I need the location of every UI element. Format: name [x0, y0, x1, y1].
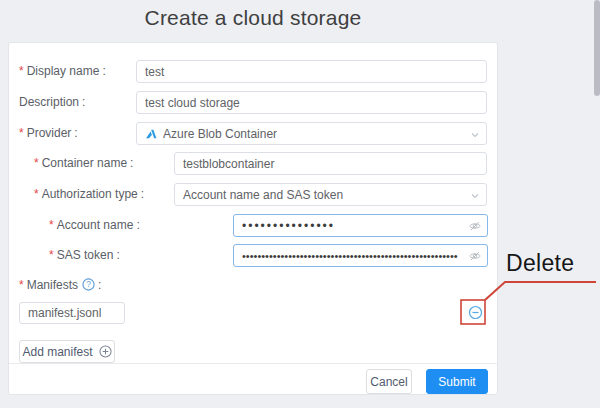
- authorization-type-label: *Authorization type:: [34, 183, 144, 206]
- required-marker: *: [19, 126, 24, 140]
- label-colon: :: [74, 126, 77, 140]
- label-colon: :: [82, 95, 85, 109]
- manifests-label: *Manifests?:: [19, 276, 101, 294]
- footer-divider: [9, 363, 497, 364]
- label-text: Description: [19, 95, 79, 109]
- label-colon: :: [130, 156, 133, 170]
- eye-slash-icon[interactable]: [468, 219, 482, 237]
- required-marker: *: [19, 64, 24, 78]
- container-name-label: *Container name:: [34, 152, 133, 175]
- provider-select-value: Azure Blob Container: [163, 127, 277, 141]
- manifest-filename-input[interactable]: [19, 302, 125, 324]
- chevron-down-icon: [470, 190, 480, 204]
- provider-select[interactable]: Azure Blob Container: [136, 122, 487, 145]
- sas-token-label: *SAS token:: [49, 244, 120, 267]
- display-name-label: *Display name:: [19, 60, 106, 83]
- account-name-input[interactable]: •••••••••••••••: [233, 214, 488, 237]
- create-cloud-storage-form: *Display name: Description: *Provider: A…: [8, 42, 498, 395]
- eye-slash-icon[interactable]: [468, 249, 482, 267]
- sas-token-input[interactable]: ••••••••••••••••••••••••••••••••••••••••…: [233, 244, 488, 267]
- label-colon: :: [136, 218, 139, 232]
- submit-label: Submit: [438, 375, 475, 389]
- delete-annotation-label: Delete: [506, 250, 574, 277]
- azure-icon: [145, 128, 157, 140]
- label-text: Manifests: [27, 278, 78, 292]
- account-name-label: *Account name:: [49, 214, 140, 237]
- scrollbar-thumb[interactable]: [594, 0, 600, 96]
- delete-manifest-button[interactable]: [467, 306, 483, 322]
- description-input[interactable]: [136, 91, 487, 114]
- page-title: Create a cloud storage: [8, 6, 498, 30]
- required-marker: *: [34, 156, 39, 170]
- submit-button[interactable]: Submit: [426, 369, 488, 394]
- display-name-input[interactable]: [136, 60, 487, 83]
- authorization-type-select[interactable]: Account name and SAS token: [174, 183, 487, 206]
- authorization-type-value: Account name and SAS token: [183, 188, 343, 202]
- svg-text:?: ?: [86, 279, 91, 289]
- label-text: Display name: [27, 64, 100, 78]
- add-manifest-label: Add manifest: [22, 345, 92, 359]
- masked-value: ••••••••••••••••••••••••••••••••••••••••…: [242, 250, 458, 262]
- label-text: Container name: [42, 156, 127, 170]
- required-marker: *: [49, 248, 54, 262]
- label-text: Provider: [27, 126, 72, 140]
- label-text: Authorization type: [42, 187, 138, 201]
- add-manifest-button[interactable]: Add manifest: [19, 340, 115, 363]
- description-label: Description:: [19, 91, 85, 114]
- label-colon: :: [98, 278, 101, 292]
- cancel-label: Cancel: [370, 375, 407, 389]
- required-marker: *: [19, 278, 24, 292]
- required-marker: *: [34, 187, 39, 201]
- required-marker: *: [49, 218, 54, 232]
- masked-value: •••••••••••••••: [242, 219, 335, 233]
- question-circle-icon[interactable]: ?: [82, 278, 95, 296]
- label-colon: :: [102, 64, 105, 78]
- chevron-down-icon: [470, 129, 480, 143]
- container-name-input[interactable]: [174, 152, 487, 175]
- provider-label: *Provider:: [19, 122, 78, 145]
- label-text: SAS token: [57, 248, 114, 262]
- plus-circle-icon: [99, 345, 112, 358]
- label-text: Account name: [57, 218, 134, 232]
- cancel-button[interactable]: Cancel: [366, 369, 412, 394]
- minus-circle-icon: [468, 305, 483, 323]
- label-colon: :: [116, 248, 119, 262]
- label-colon: :: [141, 187, 144, 201]
